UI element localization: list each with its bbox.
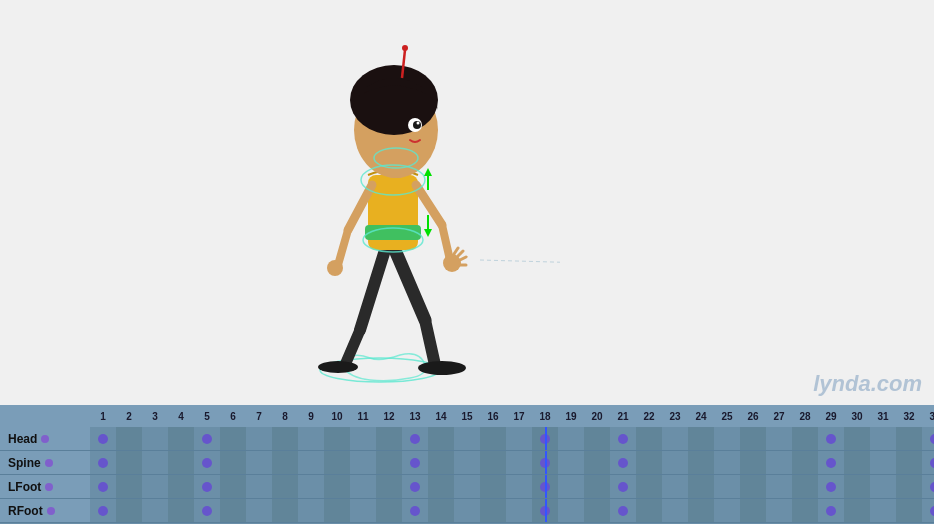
frame-cell-17[interactable] (506, 451, 532, 474)
frame-cell-4[interactable] (168, 499, 194, 522)
frame-cell-7[interactable] (246, 475, 272, 498)
frame-cell-29[interactable] (818, 451, 844, 474)
frame-cell-13[interactable] (402, 451, 428, 474)
frame-cell-10[interactable] (324, 499, 350, 522)
frame-cell-23[interactable] (662, 427, 688, 450)
frame-cell-16[interactable] (480, 427, 506, 450)
frame-cell-3[interactable] (142, 475, 168, 498)
frame-cell-32[interactable] (896, 475, 922, 498)
frame-cell-24[interactable] (688, 427, 714, 450)
frame-cell-23[interactable] (662, 475, 688, 498)
frame-cell-20[interactable] (584, 451, 610, 474)
frame-cell-14[interactable] (428, 427, 454, 450)
frame-cell-16[interactable] (480, 499, 506, 522)
frame-cell-23[interactable] (662, 451, 688, 474)
track-frames-rfoot[interactable] (90, 499, 934, 522)
frame-cell-24[interactable] (688, 451, 714, 474)
frame-cell-3[interactable] (142, 451, 168, 474)
frame-cell-21[interactable] (610, 475, 636, 498)
frame-cell-2[interactable] (116, 427, 142, 450)
frame-cell-6[interactable] (220, 475, 246, 498)
frame-cell-27[interactable] (766, 475, 792, 498)
frame-cell-4[interactable] (168, 451, 194, 474)
frame-cell-31[interactable] (870, 427, 896, 450)
frame-cell-30[interactable] (844, 499, 870, 522)
frame-cell-33[interactable] (922, 499, 934, 522)
frame-cell-31[interactable] (870, 499, 896, 522)
frame-cell-13[interactable] (402, 475, 428, 498)
frame-cell-9[interactable] (298, 499, 324, 522)
frame-cell-11[interactable] (350, 427, 376, 450)
frame-cell-30[interactable] (844, 475, 870, 498)
frame-cell-31[interactable] (870, 475, 896, 498)
frame-cell-21[interactable] (610, 451, 636, 474)
frame-cell-29[interactable] (818, 427, 844, 450)
frame-cell-5[interactable] (194, 475, 220, 498)
track-frames-spine[interactable] (90, 451, 934, 474)
frame-cell-9[interactable] (298, 427, 324, 450)
frame-cell-32[interactable] (896, 427, 922, 450)
frame-cell-21[interactable] (610, 427, 636, 450)
track-frames-head[interactable] (90, 427, 934, 450)
frame-cell-9[interactable] (298, 475, 324, 498)
frame-cell-6[interactable] (220, 451, 246, 474)
frame-cell-30[interactable] (844, 427, 870, 450)
frame-cell-10[interactable] (324, 475, 350, 498)
frame-cell-4[interactable] (168, 427, 194, 450)
frame-cell-19[interactable] (558, 499, 584, 522)
frame-cell-15[interactable] (454, 451, 480, 474)
frame-cell-8[interactable] (272, 475, 298, 498)
frame-cell-14[interactable] (428, 451, 454, 474)
frame-cell-17[interactable] (506, 427, 532, 450)
frame-cell-25[interactable] (714, 499, 740, 522)
frame-cell-16[interactable] (480, 475, 506, 498)
frame-cell-8[interactable] (272, 451, 298, 474)
frame-cell-2[interactable] (116, 475, 142, 498)
frame-cell-11[interactable] (350, 499, 376, 522)
frame-cell-25[interactable] (714, 475, 740, 498)
frame-cell-12[interactable] (376, 451, 402, 474)
frame-cell-12[interactable] (376, 475, 402, 498)
frame-cell-15[interactable] (454, 427, 480, 450)
frame-cell-1[interactable] (90, 451, 116, 474)
frame-cell-28[interactable] (792, 475, 818, 498)
frame-cell-15[interactable] (454, 475, 480, 498)
frame-cell-33[interactable] (922, 475, 934, 498)
frame-cell-29[interactable] (818, 475, 844, 498)
frame-cell-28[interactable] (792, 451, 818, 474)
frame-cell-3[interactable] (142, 499, 168, 522)
frame-cell-8[interactable] (272, 427, 298, 450)
frame-cell-30[interactable] (844, 451, 870, 474)
frame-cell-5[interactable] (194, 427, 220, 450)
frame-cell-27[interactable] (766, 451, 792, 474)
frame-cell-15[interactable] (454, 499, 480, 522)
frame-cell-33[interactable] (922, 427, 934, 450)
frame-cell-14[interactable] (428, 475, 454, 498)
frame-cell-26[interactable] (740, 499, 766, 522)
frame-cell-24[interactable] (688, 499, 714, 522)
frame-cell-12[interactable] (376, 427, 402, 450)
frame-cell-17[interactable] (506, 499, 532, 522)
frame-cell-2[interactable] (116, 451, 142, 474)
frame-cell-10[interactable] (324, 451, 350, 474)
frame-cell-3[interactable] (142, 427, 168, 450)
frame-cell-32[interactable] (896, 499, 922, 522)
frame-cell-9[interactable] (298, 451, 324, 474)
frame-cell-14[interactable] (428, 499, 454, 522)
frame-cell-29[interactable] (818, 499, 844, 522)
frame-cell-7[interactable] (246, 451, 272, 474)
frame-cell-13[interactable] (402, 499, 428, 522)
track-frames-lfoot[interactable] (90, 475, 934, 498)
frame-cell-19[interactable] (558, 475, 584, 498)
frame-cell-23[interactable] (662, 499, 688, 522)
frame-cell-27[interactable] (766, 427, 792, 450)
frame-cell-22[interactable] (636, 427, 662, 450)
frame-cell-28[interactable] (792, 427, 818, 450)
frame-cell-21[interactable] (610, 499, 636, 522)
frame-cell-22[interactable] (636, 475, 662, 498)
frame-cell-19[interactable] (558, 427, 584, 450)
frame-cell-22[interactable] (636, 451, 662, 474)
frame-cell-22[interactable] (636, 499, 662, 522)
frame-cell-12[interactable] (376, 499, 402, 522)
frame-cell-25[interactable] (714, 451, 740, 474)
